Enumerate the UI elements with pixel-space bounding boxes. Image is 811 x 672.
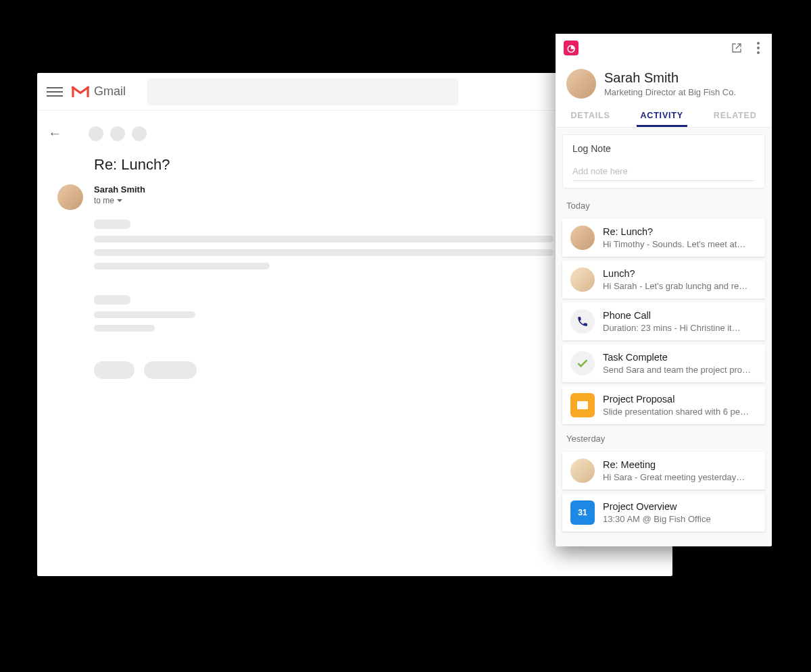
section-yesterday: Yesterday bbox=[556, 428, 772, 448]
action-placeholder[interactable] bbox=[132, 126, 147, 141]
panel-titlebar: ◔ bbox=[556, 34, 772, 62]
activity-sub: Hi Sarah - Let's grab lunchg and revi… bbox=[603, 281, 752, 291]
avatar-icon bbox=[570, 226, 595, 250]
gmail-logo: Gmail bbox=[71, 84, 126, 99]
activity-item[interactable]: Lunch? Hi Sarah - Let's grab lunchg and … bbox=[562, 261, 765, 299]
svg-rect-1 bbox=[87, 86, 89, 97]
search-input[interactable] bbox=[147, 78, 458, 105]
activity-sub: Hi Timothy - Sounds. Let's meet at… bbox=[603, 239, 745, 249]
contact-header: Sarah Smith Marketing Director at Big Fi… bbox=[556, 62, 772, 103]
activity-sub: Send Sara and team the project prop… bbox=[603, 365, 752, 375]
contact-avatar[interactable] bbox=[566, 69, 596, 99]
activity-item[interactable]: Re: Lunch? Hi Timothy - Sounds. Let's me… bbox=[562, 219, 765, 257]
activity-sub: Duration: 23 mins - Hi Christine it… bbox=[603, 323, 741, 333]
activity-title: Task Complete bbox=[603, 352, 752, 363]
panel-tabs: DETAILS ACTIVITY RELATED bbox=[556, 103, 772, 128]
log-note-card: Log Note bbox=[562, 134, 765, 188]
activity-item[interactable]: Re: Meeting Hi Sara - Great meeting yest… bbox=[562, 452, 765, 490]
section-today: Today bbox=[556, 195, 772, 215]
svg-rect-0 bbox=[72, 86, 74, 97]
gmail-glyph-icon bbox=[71, 85, 90, 99]
log-note-title: Log Note bbox=[572, 143, 755, 154]
open-external-icon[interactable] bbox=[729, 40, 745, 56]
activity-item[interactable]: Task Complete Send Sara and team the pro… bbox=[562, 344, 765, 382]
avatar-icon bbox=[570, 267, 595, 292]
avatar-icon bbox=[570, 459, 595, 483]
action-placeholder[interactable] bbox=[110, 126, 125, 141]
activity-title: Project Proposal bbox=[603, 394, 752, 405]
activity-sub: Hi Sara - Great meeting yesterday… bbox=[603, 472, 745, 482]
chevron-down-icon bbox=[117, 199, 122, 202]
phone-icon bbox=[570, 309, 595, 334]
check-icon bbox=[570, 351, 595, 376]
tab-details[interactable]: DETAILS bbox=[566, 103, 614, 127]
sender-name: Sarah Smith bbox=[94, 184, 145, 195]
slides-icon bbox=[570, 393, 595, 417]
forward-button[interactable] bbox=[144, 361, 197, 379]
more-icon[interactable] bbox=[750, 40, 766, 56]
log-note-input[interactable] bbox=[572, 165, 755, 181]
tab-related[interactable]: RELATED bbox=[710, 103, 761, 127]
menu-icon[interactable] bbox=[47, 87, 63, 97]
activity-item[interactable]: Project Proposal Slide presentation shar… bbox=[562, 386, 765, 424]
product-name: Gmail bbox=[94, 84, 126, 99]
contact-name: Sarah Smith bbox=[604, 70, 736, 86]
calendar-icon: 31 bbox=[570, 500, 595, 525]
recipient-dropdown[interactable]: to me bbox=[94, 196, 145, 205]
activity-item[interactable]: Phone Call Duration: 23 mins - Hi Christ… bbox=[562, 303, 765, 340]
brand-icon: ◔ bbox=[564, 41, 579, 55]
sender-avatar[interactable] bbox=[57, 184, 83, 210]
action-placeholder[interactable] bbox=[89, 126, 103, 141]
back-icon[interactable]: ← bbox=[45, 123, 64, 144]
activity-sub: Slide presentation shared with 6 people bbox=[603, 407, 752, 417]
recipient-text: to me bbox=[94, 196, 114, 205]
reply-button[interactable] bbox=[94, 361, 134, 379]
activity-title: Re: Lunch? bbox=[603, 226, 745, 238]
activity-item[interactable]: 31 Project Overview 13:30 AM @ Big Fish … bbox=[562, 494, 765, 532]
activity-title: Lunch? bbox=[603, 268, 752, 280]
crm-panel: ◔ Sarah Smith Marketing Director at Big … bbox=[556, 34, 772, 546]
activity-title: Re: Meeting bbox=[603, 459, 745, 471]
contact-subtitle: Marketing Director at Big Fish Co. bbox=[604, 87, 736, 97]
tab-activity[interactable]: ACTIVITY bbox=[637, 103, 687, 127]
activity-title: Project Overview bbox=[603, 501, 711, 513]
activity-sub: 13:30 AM @ Big Fish Office bbox=[603, 514, 711, 524]
activity-title: Phone Call bbox=[603, 310, 741, 321]
